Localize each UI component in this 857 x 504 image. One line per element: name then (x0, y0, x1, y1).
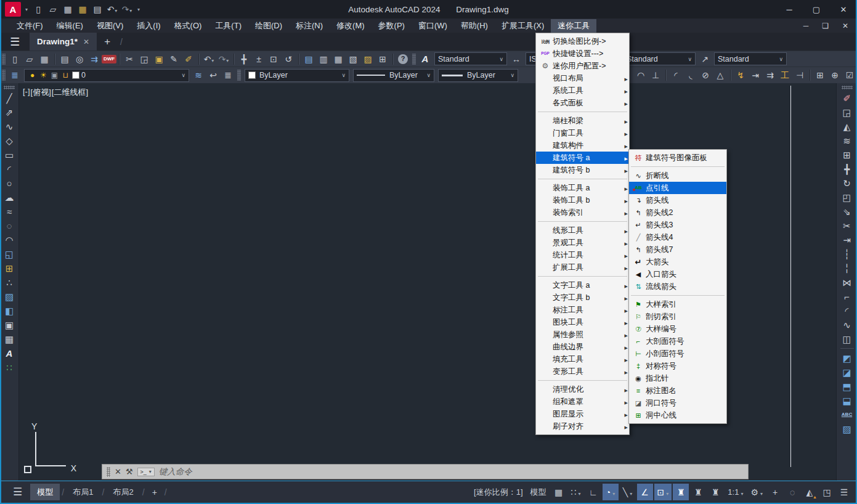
save-icon[interactable]: ▦ (37, 52, 52, 66)
insert-block-icon[interactable]: ◱ (1, 247, 17, 261)
isolate-objects-button[interactable]: ◌ (784, 484, 800, 500)
qat-plot-button[interactable]: ▤ (91, 2, 104, 16)
menu-help[interactable]: 帮助(H) (454, 19, 495, 33)
ordinate-dimension-icon[interactable]: ⊥ (648, 68, 663, 82)
auto-annotation-scale-toggle[interactable]: ♜ (690, 484, 706, 500)
quickcalc-icon[interactable]: ⊞ (375, 52, 390, 66)
angular-dimension-icon[interactable]: △ (713, 68, 728, 82)
cut-icon[interactable]: ✂ (122, 52, 137, 66)
submenu-item-section-index[interactable]: ⚐ 剖切索引 (629, 311, 726, 323)
publish-icon[interactable]: ⇉ (87, 52, 102, 66)
doc-close-button[interactable]: ✕ (842, 22, 848, 30)
menu-item[interactable]: 门窗工具 (536, 127, 629, 139)
ellipse-icon[interactable]: ◌ (1, 219, 17, 232)
add-selected-icon[interactable]: ∷ (1, 360, 17, 374)
menu-modify[interactable]: 修改(M) (330, 19, 372, 33)
menu-item[interactable]: 视口布局 (536, 72, 629, 84)
model-space-toggle[interactable]: 模型 (527, 484, 550, 500)
model-tab[interactable]: 模型 (30, 484, 60, 500)
menu-window[interactable]: 窗口(W) (412, 19, 454, 33)
diameter-dimension-icon[interactable]: ⊘ (698, 68, 713, 82)
menu-item[interactable]: 填充工具 (536, 353, 629, 365)
hatch-to-back-icon[interactable]: ▨ (839, 422, 855, 436)
new-layout-button[interactable]: + (147, 484, 163, 500)
toolbar-button[interactable] (237, 70, 241, 81)
viewport-controls-button[interactable]: [-] (23, 87, 30, 98)
layer-states-icon[interactable]: ≣ (221, 68, 235, 82)
submenu-item[interactable] (631, 165, 725, 169)
arc-icon[interactable]: ◜ (1, 162, 17, 176)
polar-tracking-toggle[interactable]: ◔ (603, 484, 619, 500)
dimension-spacing-icon[interactable]: 工 (778, 68, 792, 82)
blend-curves-icon[interactable]: ∿ (839, 318, 855, 331)
dim-style-icon[interactable]: ↔ (509, 52, 524, 66)
menu-item[interactable]: 系统工具 (536, 84, 629, 97)
submenu-item-arrow-line-2[interactable]: ↰ 箭头线2 (629, 206, 726, 219)
dimension-toolbar-button[interactable] (807, 68, 813, 82)
toolbar-button[interactable] (412, 54, 416, 65)
menu-item[interactable]: 扩展工具 (536, 261, 629, 274)
break-at-point-icon[interactable]: ┆ (839, 247, 855, 261)
new-icon[interactable]: ▯ (7, 52, 22, 66)
submenu-item-point-leader[interactable]: AB 点引线 (629, 182, 726, 194)
dimension-break-icon[interactable]: ⊣ (792, 68, 807, 82)
continue-dimension-icon[interactable]: ⇥ (748, 68, 763, 82)
file-tabs-menu-icon[interactable]: ☰ (0, 33, 30, 51)
submenu-item-arrow-line-3[interactable]: ↵ 箭头线3 (629, 219, 726, 231)
jogged-dimension-icon[interactable]: ◟ (683, 68, 698, 82)
submenu-item-north-arrow[interactable]: ◉ 指北针 (629, 372, 726, 384)
qat-customize-button[interactable]: ▾ (136, 2, 142, 16)
menu-item[interactable]: 组和遮罩 (536, 396, 629, 408)
toolbar-button[interactable] (196, 52, 201, 66)
plot-preview-icon[interactable]: ◎ (72, 52, 87, 66)
zoom-realtime-icon[interactable]: ± (251, 52, 266, 66)
grid-display-toggle[interactable]: ▦ (551, 484, 567, 500)
menu-item[interactable] (538, 274, 627, 278)
submenu-item-symmetry-symbol[interactable]: ‡ 对称符号 (629, 360, 726, 372)
circle-icon[interactable]: ○ (1, 176, 17, 190)
visual-style-controls-button[interactable]: [二维线框] (52, 87, 88, 98)
isometric-drafting-toggle[interactable]: ╲ (620, 484, 636, 500)
menu-view[interactable]: 视图(V) (90, 19, 130, 33)
polygon-icon[interactable]: ◇ (1, 134, 17, 147)
submenu-item-detail-index[interactable]: ⚑ 大样索引 (629, 298, 726, 311)
explode-icon[interactable]: ◫ (839, 332, 855, 346)
app-menu-caret-icon[interactable]: ▾ (23, 2, 30, 16)
submenu-item-flow-arrow[interactable]: ⇅ 流线箭头 (629, 280, 726, 293)
rectangle-icon[interactable]: ▭ (1, 148, 17, 161)
toolbar-button[interactable] (116, 52, 122, 66)
paste-icon[interactable]: ▣ (152, 52, 166, 66)
menu-item[interactable]: 装饰工具 b (536, 194, 629, 206)
designcenter-icon[interactable]: ▥ (316, 52, 331, 66)
layer-thaw-icon[interactable]: ☀ (39, 71, 48, 80)
zoom-window-icon[interactable]: ⊡ (266, 52, 281, 66)
submenu-item-large-section-symbol[interactable]: ⌐ 大剖面符号 (629, 335, 726, 348)
object-snap-toggle[interactable]: ⊡ (654, 484, 672, 500)
close-button[interactable]: ✕ (830, 0, 857, 18)
submenu-item-symbol-panel[interactable]: 符 建筑符号图像面板 (629, 152, 726, 164)
layer-combo[interactable]: ● ☀ ▣ ⊔ (24, 69, 189, 82)
submenu-item-arrow-line-7[interactable]: ↰ 箭头线7 (629, 243, 726, 256)
mirror-icon[interactable]: ◭ (839, 120, 855, 133)
customization-gear-button[interactable]: ⚙ (747, 484, 766, 500)
point-icon[interactable]: ∴ (1, 275, 17, 289)
layer-vp-freeze-icon[interactable]: ▣ (50, 71, 59, 80)
submenu-item-detail-number[interactable]: ⑦ 大样编号 (629, 323, 726, 335)
maximize-button[interactable]: ▢ (803, 0, 830, 18)
menu-item-shortcut-settings[interactable]: PGP 快捷键设置---> (536, 47, 629, 60)
menu-parametric[interactable]: 参数(P) (372, 19, 412, 33)
layout1-tab[interactable]: 布局1 (66, 484, 100, 500)
open-icon[interactable]: ▱ (22, 52, 37, 66)
multileader-style-combo[interactable]: Standard (714, 52, 787, 65)
menu-file[interactable]: 文件(F) (10, 19, 50, 33)
bring-to-front-icon[interactable]: ◩ (839, 351, 855, 365)
revision-cloud-icon[interactable]: ☁ (1, 190, 17, 204)
annotation-visibility-toggle[interactable]: ♜ (673, 484, 689, 500)
doc-minimize-button[interactable]: ─ (803, 22, 809, 30)
menu-item-user-profile[interactable]: ⚙ 迷你用户配置-> (536, 60, 629, 72)
menu-minitools[interactable]: 迷你工具 (551, 19, 596, 33)
menu-item[interactable]: 图层显示 (536, 408, 629, 420)
sheet-set-manager-icon[interactable]: ▧ (346, 52, 360, 66)
quick-dimension-icon[interactable]: ↯ (733, 68, 748, 82)
toolbar-button[interactable] (296, 52, 301, 66)
